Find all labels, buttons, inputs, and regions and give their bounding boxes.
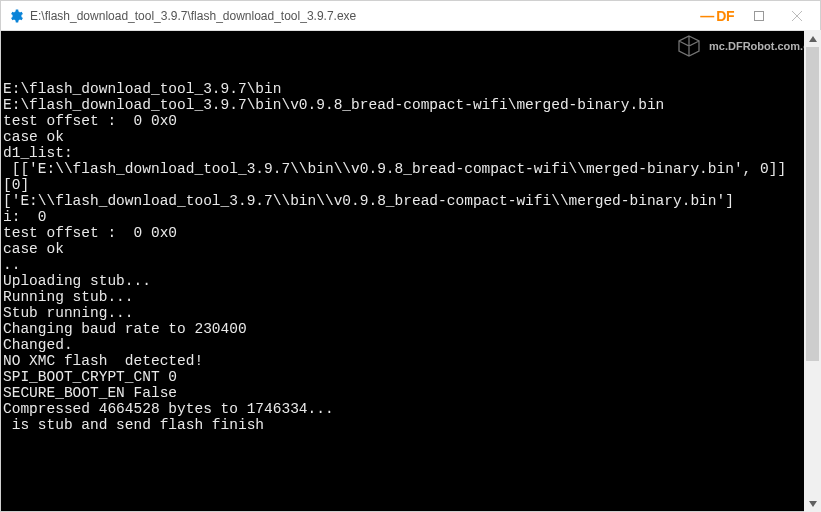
df-dash: —: [700, 8, 714, 24]
console-line: d1_list:: [3, 145, 818, 161]
console-line: Compressed 4664528 bytes to 1746334...: [3, 401, 818, 417]
scrollbar-up-arrow[interactable]: [804, 30, 821, 47]
scrollbar-track[interactable]: [804, 47, 821, 495]
watermark-text: mc.DFRobot.com.cn: [709, 38, 816, 54]
console-line: NO XMC flash detected!: [3, 353, 818, 369]
console-line: case ok: [3, 241, 818, 257]
scrollbar-down-arrow[interactable]: [804, 495, 821, 512]
window-title: E:\flash_download_tool_3.9.7\flash_downl…: [30, 9, 700, 23]
maximize-button[interactable]: [740, 2, 778, 30]
vertical-scrollbar[interactable]: [804, 30, 821, 512]
console-line: SECURE_BOOT_EN False: [3, 385, 818, 401]
window-controls: — DF: [700, 2, 816, 30]
svg-rect-0: [755, 11, 764, 20]
console-line: is stub and send flash finish: [3, 417, 818, 433]
watermark: mc.DFRobot.com.cn: [675, 34, 816, 58]
console-line: E:\flash_download_tool_3.9.7\bin\v0.9.8_…: [3, 97, 818, 113]
df-logo-text: DF: [716, 8, 734, 24]
gear-icon: [8, 8, 24, 24]
console-line: Changed.: [3, 337, 818, 353]
console-output: mc.DFRobot.com.cn E:\flash_download_tool…: [1, 31, 820, 511]
console-line: Uploading stub...: [3, 273, 818, 289]
titlebar[interactable]: E:\flash_download_tool_3.9.7\flash_downl…: [1, 1, 820, 31]
console-lines: E:\flash_download_tool_3.9.7\binE:\flash…: [3, 81, 818, 433]
cube-icon: [675, 34, 703, 58]
close-button[interactable]: [778, 2, 816, 30]
console-line: SPI_BOOT_CRYPT_CNT 0: [3, 369, 818, 385]
console-line: [0]: [3, 177, 818, 193]
scrollbar-thumb[interactable]: [806, 47, 819, 361]
console-line: ..: [3, 257, 818, 273]
console-line: test offset : 0 0x0: [3, 113, 818, 129]
console-line: Stub running...: [3, 305, 818, 321]
console-line: E:\flash_download_tool_3.9.7\bin: [3, 81, 818, 97]
console-line: case ok: [3, 129, 818, 145]
console-line: Running stub...: [3, 289, 818, 305]
console-line: [['E:\\flash_download_tool_3.9.7\\bin\\v…: [3, 161, 818, 177]
console-line: Changing baud rate to 230400: [3, 321, 818, 337]
console-line: ['E:\\flash_download_tool_3.9.7\\bin\\v0…: [3, 193, 818, 209]
app-window: E:\flash_download_tool_3.9.7\flash_downl…: [0, 0, 821, 512]
console-line: test offset : 0 0x0: [3, 225, 818, 241]
console-line: i: 0: [3, 209, 818, 225]
